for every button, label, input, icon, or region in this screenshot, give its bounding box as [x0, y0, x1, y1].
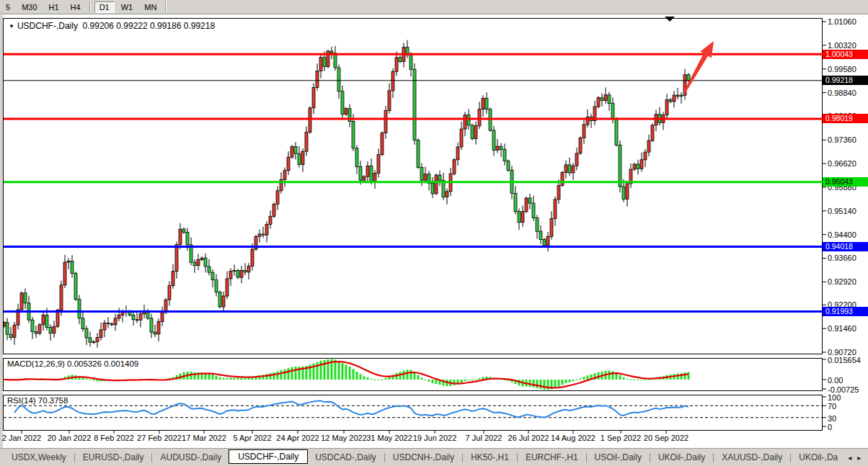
- price-badge-0.94018: 0.94018: [823, 242, 868, 251]
- timeframe-button-h4[interactable]: H4: [66, 1, 86, 13]
- date-axis-tick[interactable]: 8 Feb 2022: [94, 434, 134, 442]
- price-badge-1.00043: 1.00043: [823, 50, 868, 59]
- tab-eurusd-daily[interactable]: EURUSD-,Daily: [76, 450, 151, 465]
- rsi-pane[interactable]: [3, 395, 823, 431]
- timeframe-button-h1[interactable]: H1: [44, 1, 64, 13]
- rsi-label: RSI(14) 70.3758: [7, 396, 68, 405]
- price-axis-tick[interactable]: 0.94400: [828, 230, 856, 239]
- date-axis-tick[interactable]: 17 Mar 2022: [182, 434, 226, 442]
- price-axis-tick[interactable]: 0.99580: [828, 65, 856, 73]
- date-axis-tick[interactable]: 7 Jul 2022: [466, 434, 502, 442]
- date-axis-tick[interactable]: 14 Aug 2022: [551, 434, 595, 442]
- tab-ukoil-da[interactable]: UKOil-,Da: [792, 450, 845, 465]
- rsi-axis-tick: 100: [828, 393, 841, 402]
- tab-usdcad-daily[interactable]: USDCAD-,Daily: [308, 450, 384, 465]
- tab-separator: [74, 453, 75, 462]
- price-axis-tick[interactable]: 0.95140: [828, 207, 856, 215]
- tabs-scroll-right-icon[interactable]: ▸: [854, 454, 864, 462]
- rsi-axis-tick: 70: [828, 402, 836, 411]
- price-axis-tick[interactable]: 0.96620: [828, 159, 856, 168]
- price-badge-0.98019: 0.98019: [823, 114, 868, 123]
- chart-title: ▼USDCHF-,Daily 0.99206 0.99222 0.99186 0…: [9, 21, 215, 31]
- price-axis-tick[interactable]: 0.92920: [828, 277, 856, 286]
- tab-ukoil-daily[interactable]: UKOil-,Daily: [651, 450, 712, 465]
- price-badge-0.96043: 0.96043: [823, 177, 868, 187]
- price-axis-tick[interactable]: 1.00320: [828, 41, 856, 50]
- toolbar-groove: [165, 1, 167, 12]
- tab-separator: [650, 453, 650, 462]
- date-axis-tick[interactable]: 20 Jan 2022: [48, 434, 92, 442]
- tab-separator: [462, 453, 463, 462]
- ohlc-values: 0.99206 0.99222 0.99186 0.99218: [83, 21, 216, 31]
- date-axis-tick[interactable]: 20 Sep 2022: [644, 434, 688, 442]
- tab-usdcnh-daily[interactable]: USDCNH-,Daily: [386, 450, 461, 465]
- tab-eurchf-h1[interactable]: EURCHF-,H1: [518, 450, 585, 465]
- chevron-down-icon[interactable]: ▼: [9, 23, 14, 30]
- rsi-axis-tick: 30: [828, 414, 836, 423]
- date-axis-tick[interactable]: 1 Sep 2022: [601, 434, 641, 442]
- macd-axis-tick: 0.00: [828, 376, 843, 385]
- tabs-scroll-left-icon[interactable]: ◂: [845, 454, 854, 462]
- tab-hk50-h1[interactable]: HK50-,H1: [464, 450, 516, 465]
- date-axis-tick[interactable]: 12 May 2022: [321, 434, 367, 442]
- timeframe-button-mn[interactable]: MN: [139, 1, 161, 13]
- price-axis-tick[interactable]: 1.01060: [828, 17, 856, 26]
- price-chart-pane[interactable]: [3, 18, 823, 354]
- tab-xauusd-daily[interactable]: XAUUSD-,Daily: [714, 450, 789, 465]
- chart-tab-bar: USDX,WeeklyEURUSD-,DailyAUDUSD-,DailyUSD…: [0, 448, 868, 466]
- date-axis-tick[interactable]: 31 May 2022: [366, 434, 412, 442]
- timeframe-button-5[interactable]: 5: [1, 1, 15, 13]
- rsi-axis-tick: 0: [828, 423, 832, 431]
- tab-usdchf-daily[interactable]: USDCHF-,Daily: [229, 449, 308, 464]
- timeframe-button-w1[interactable]: W1: [116, 1, 138, 13]
- price-badge-0.99218: 0.99218: [823, 76, 868, 85]
- macd-axis-tick: 0.015654: [828, 356, 861, 364]
- tab-separator: [790, 453, 791, 462]
- timeframe-button-m30[interactable]: M30: [17, 1, 42, 13]
- tab-separator: [517, 453, 518, 462]
- tab-usoil-daily[interactable]: USOil-,Daily: [588, 450, 649, 465]
- macd-label: MACD(12,26,9) 0.005326 0.001409: [7, 359, 138, 368]
- tab-separator: [384, 453, 385, 462]
- tab-usdx-weekly[interactable]: USDX,Weekly: [4, 450, 74, 465]
- timeframe-button-d1[interactable]: D1: [94, 1, 115, 13]
- toolbar-groove: [89, 1, 91, 12]
- symbol-period-label: USDCHF-,Daily: [17, 21, 78, 31]
- date-axis-tick[interactable]: 24 Apr 2022: [276, 434, 319, 442]
- date-axis-tick[interactable]: 2 Jan 2022: [2, 434, 41, 442]
- date-axis-tick[interactable]: 19 Jun 2022: [413, 434, 457, 442]
- date-axis-tick[interactable]: 27 Feb 2022: [137, 434, 182, 442]
- mt4-window: 5M30H1H4D1W1MN ▼USDCHF-,Daily 0.99206 0.…: [0, 0, 868, 466]
- price-axis-tick[interactable]: 0.91460: [828, 324, 856, 333]
- tab-audusd-daily[interactable]: AUDUSD-,Daily: [153, 450, 229, 465]
- price-axis-tick[interactable]: 0.93660: [828, 254, 856, 262]
- timeframe-toolbar: 5M30H1H4D1W1MN: [0, 0, 868, 14]
- date-axis-tick[interactable]: 26 Jul 2022: [508, 434, 549, 442]
- price-axis-tick[interactable]: 0.97360: [828, 135, 856, 144]
- date-axis-tick[interactable]: 5 Apr 2022: [233, 434, 271, 442]
- price-axis-tick[interactable]: 0.98840: [828, 89, 856, 97]
- tab-separator: [713, 453, 714, 462]
- tab-separator: [151, 453, 152, 462]
- price-badge-0.91993: 0.91993: [823, 307, 868, 316]
- tab-separator: [586, 453, 587, 462]
